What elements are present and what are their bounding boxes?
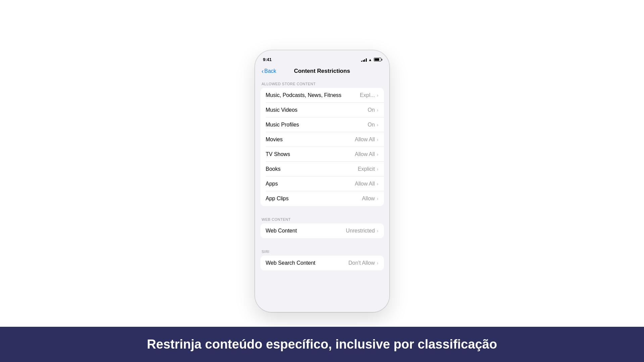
list-item-web-search[interactable]: Web Search Content Don't Allow › [260, 256, 384, 270]
list-item-label-apps: Apps [266, 181, 355, 187]
section-list-web-content: Web Content Unrestricted › [260, 223, 384, 238]
list-item-label-movies: Movies [266, 137, 355, 143]
list-item-value-web-search: Don't Allow [348, 260, 375, 266]
list-item-movies[interactable]: Movies Allow All › [260, 132, 384, 147]
chevron-right-icon: › [377, 196, 379, 201]
back-label: Back [264, 68, 277, 74]
status-icons: ▲ [361, 58, 381, 62]
phone-inner: 9:41 ▲ ‹ Bac [255, 50, 389, 312]
battery-fill [375, 58, 379, 61]
list-item-value-app-clips: Allow [362, 196, 375, 202]
caption-text: Restrinja conteúdo específico, inclusive… [13, 336, 631, 353]
list-item-label-web-content: Web Content [266, 228, 346, 234]
section-web-content: WEB CONTENT Web Content Unrestricted › [255, 213, 389, 238]
list-item-app-clips[interactable]: App Clips Allow › [260, 191, 384, 206]
section-list-allowed-store: Music, Podcasts, News, Fitness Expl... ›… [260, 88, 384, 206]
list-item-books[interactable]: Books Explicit › [260, 162, 384, 176]
chevron-right-icon: › [377, 166, 379, 172]
signal-bars-icon [361, 58, 367, 62]
content-area[interactable]: ALLOWED STORE CONTENT Music, Podcasts, N… [255, 77, 389, 312]
list-item-web-content[interactable]: Web Content Unrestricted › [260, 223, 384, 238]
section-siri: SIRI Web Search Content Don't Allow › [255, 245, 389, 270]
chevron-right-icon: › [377, 137, 379, 142]
phone-notch [302, 50, 342, 60]
section-header-siri: SIRI [255, 245, 389, 256]
list-item-value-books: Explicit [358, 166, 375, 172]
list-item-value-music-profiles: On [367, 122, 375, 128]
chevron-right-icon: › [377, 228, 379, 234]
list-item-value-apps: Allow All [355, 181, 375, 187]
nav-title: Content Restrictions [294, 68, 350, 74]
signal-bar-4 [366, 58, 367, 62]
list-item-value-music-videos: On [367, 107, 375, 113]
list-item-tv-shows[interactable]: TV Shows Allow All › [260, 147, 384, 162]
section-header-allowed-store: ALLOWED STORE CONTENT [255, 77, 389, 88]
list-item-label-music-videos: Music Videos [266, 107, 368, 113]
list-item-music-podcasts[interactable]: Music, Podcasts, News, Fitness Expl... › [260, 88, 384, 103]
section-list-siri: Web Search Content Don't Allow › [260, 256, 384, 270]
back-chevron-icon: ‹ [262, 68, 264, 74]
list-item-label-tv-shows: TV Shows [266, 151, 355, 157]
battery-icon [374, 58, 381, 61]
back-button[interactable]: ‹ Back [262, 68, 277, 74]
status-time: 9:41 [263, 57, 272, 62]
list-item-value-web-content: Unrestricted [346, 228, 375, 234]
list-item-value-tv-shows: Allow All [355, 151, 375, 157]
wifi-icon: ▲ [368, 58, 372, 62]
signal-bar-3 [364, 59, 365, 62]
chevron-right-icon: › [377, 260, 379, 266]
signal-bar-1 [361, 61, 362, 62]
phone-mockup: 9:41 ▲ ‹ Bac [255, 50, 389, 312]
caption-bar: Restrinja conteúdo específico, inclusive… [0, 327, 644, 362]
list-item-label-app-clips: App Clips [266, 196, 362, 202]
chevron-right-icon: › [377, 107, 379, 113]
section-allowed-store-content: ALLOWED STORE CONTENT Music, Podcasts, N… [255, 77, 389, 206]
chevron-right-icon: › [377, 181, 379, 187]
chevron-right-icon: › [377, 122, 379, 127]
page-wrapper: 9:41 ▲ ‹ Bac [0, 0, 644, 362]
nav-bar: ‹ Back Content Restrictions [255, 65, 389, 77]
list-item-music-profiles[interactable]: Music Profiles On › [260, 117, 384, 132]
list-item-label-music-podcasts: Music, Podcasts, News, Fitness [266, 92, 360, 98]
list-item-music-videos[interactable]: Music Videos On › [260, 103, 384, 117]
list-item-apps[interactable]: Apps Allow All › [260, 176, 384, 191]
list-item-value-movies: Allow All [355, 137, 375, 143]
list-item-label-web-search: Web Search Content [266, 260, 349, 266]
chevron-right-icon: › [377, 152, 379, 157]
section-header-web-content: WEB CONTENT [255, 213, 389, 223]
signal-bar-2 [363, 60, 364, 62]
list-item-value-music-podcasts: Expl... [360, 92, 375, 98]
chevron-right-icon: › [377, 93, 379, 98]
list-item-label-books: Books [266, 166, 358, 172]
list-item-label-music-profiles: Music Profiles [266, 122, 368, 128]
